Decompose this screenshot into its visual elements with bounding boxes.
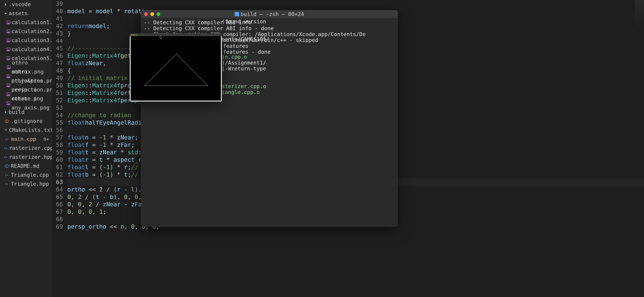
file-label: main.cpp [11,135,36,144]
folder-label: build [9,108,24,117]
minimap[interactable] [635,0,644,28]
svg-point-9 [8,58,8,58]
image-icon [6,47,10,52]
cpp-icon: C+ [4,173,10,177]
folder-label: assets [9,9,28,18]
file-item[interactable]: C+ main.cpp 9+ [0,135,52,144]
chevron-right-icon [2,2,9,7]
line-number-gutter: 3940414243444546474849505152535455565758… [52,0,67,297]
close-icon[interactable] [144,12,148,16]
image-icon [6,56,10,60]
terminal-title-text: build — -zsh — 80×24 [240,11,304,17]
svg-point-19 [8,102,8,103]
window-controls [144,12,160,16]
file-item[interactable]: C+ rasterizer.hpp [0,152,52,162]
close-icon[interactable] [131,34,132,36]
zoom-icon[interactable] [156,12,160,16]
cpp-icon: C+ [4,146,8,150]
problems-badge: 9+ [44,135,49,143]
git-icon [4,119,10,123]
hpp-icon: C+ [4,182,10,186]
svg-text:C+: C+ [5,138,8,141]
render-window[interactable] [130,34,222,102]
minimize-icon[interactable] [133,34,135,36]
file-item[interactable]: C+ rasterizer.cpp [0,144,52,152]
image-icon [6,92,10,96]
folder-build[interactable]: build [0,108,52,117]
render-titlebar[interactable] [130,34,222,36]
zoom-icon[interactable] [136,34,137,36]
file-item[interactable]: calculation1.png [0,18,52,27]
svg-text:C+: C+ [5,183,8,186]
svg-point-7 [8,48,8,49]
svg-text:C+: C+ [4,156,8,159]
svg-point-11 [8,66,8,67]
folder-icon [235,12,239,16]
folder-label: .vscode [9,0,31,9]
svg-point-1 [8,22,8,22]
file-label: CMakeLists.txt [9,126,54,135]
chevron-down-icon [2,11,9,16]
file-label: Triangle.hpp [11,180,49,188]
file-item[interactable]: C+ Triangle.hpp [0,180,52,188]
image-icon [6,101,10,106]
file-item[interactable]: C+ Triangle.cpp [0,170,52,180]
hpp-icon: C+ [4,155,8,159]
svg-text:C+: C+ [5,174,8,177]
svg-text:i: i [6,165,7,168]
svg-text:C+: C+ [4,147,8,150]
image-icon [6,65,11,70]
file-label: rasterizer.hpp [9,152,54,162]
file-label: README.md [11,162,39,170]
svg-point-5 [8,40,8,40]
svg-point-3 [8,30,8,31]
makefile-icon: M [4,128,8,132]
minimize-icon[interactable] [150,12,154,16]
file-item[interactable]: i README.md [0,162,52,170]
window-controls [131,34,137,36]
svg-point-15 [8,84,8,85]
terminal-title: build — -zsh — 80×24 [235,11,304,17]
svg-point-17 [8,93,8,94]
file-item[interactable]: calculation3.png [0,36,52,45]
file-item[interactable]: calculation2.png [0,27,52,36]
file-label: rasterizer.cpp [9,144,54,152]
chevron-right-icon [2,110,9,114]
file-item[interactable]: rotate in any axis.png [0,99,52,108]
render-canvas [131,36,221,100]
file-item[interactable]: .gitignore [0,117,52,126]
file-label: .gitignore [11,117,42,126]
info-icon: i [4,164,10,168]
svg-text:M: M [5,128,7,132]
terminal-titlebar[interactable]: build — -zsh — 80×24 [141,10,398,18]
svg-rect-32 [131,36,221,100]
folder-assets[interactable]: assets [0,9,52,18]
folder-vscode[interactable]: .vscode [0,0,52,9]
file-explorer: .vscode assets calculation1.png calculat… [0,0,52,297]
image-icon [6,29,10,34]
image-icon [6,83,10,88]
image-icon [6,20,10,24]
file-item[interactable]: M CMakeLists.txt [0,126,52,135]
image-icon [6,74,10,78]
file-item[interactable]: calculation4.png [0,45,52,54]
image-icon [6,38,10,42]
terminal-overflow-output: (found version nents/GAMES101/ in.cpp.o)… [222,18,401,95]
cpp-icon: C+ [4,137,10,141]
file-label: Triangle.cpp [11,170,49,180]
svg-point-13 [8,75,8,76]
